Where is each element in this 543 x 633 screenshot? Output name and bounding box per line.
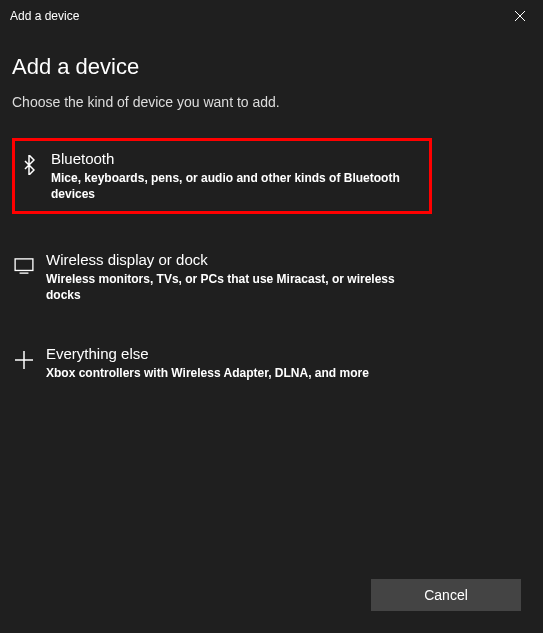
page-subheading: Choose the kind of device you want to ad… <box>12 94 531 110</box>
titlebar-title: Add a device <box>10 9 79 23</box>
option-everything-else[interactable]: Everything else Xbox controllers with Wi… <box>12 340 432 385</box>
titlebar: Add a device <box>0 0 543 32</box>
option-title: Wireless display or dock <box>46 250 430 270</box>
content-area: Add a device Choose the kind of device y… <box>0 32 543 385</box>
close-icon <box>515 11 525 21</box>
close-button[interactable] <box>497 0 543 32</box>
page-heading: Add a device <box>12 54 531 80</box>
cancel-button[interactable]: Cancel <box>371 579 521 611</box>
option-desc: Mice, keyboards, pens, or audio and othe… <box>51 170 425 204</box>
option-wireless-display[interactable]: Wireless display or dock Wireless monito… <box>12 246 432 308</box>
option-bluetooth[interactable]: Bluetooth Mice, keyboards, pens, or audi… <box>12 138 432 214</box>
option-desc: Wireless monitors, TVs, or PCs that use … <box>46 271 430 305</box>
option-desc: Xbox controllers with Wireless Adapter, … <box>46 365 369 382</box>
svg-rect-2 <box>15 259 33 271</box>
option-title: Everything else <box>46 344 369 364</box>
display-icon <box>14 254 34 278</box>
option-title: Bluetooth <box>51 149 425 169</box>
footer: Cancel <box>371 579 521 611</box>
option-text: Bluetooth Mice, keyboards, pens, or audi… <box>51 149 425 203</box>
bluetooth-icon <box>19 153 39 177</box>
option-text: Wireless display or dock Wireless monito… <box>46 250 430 304</box>
plus-icon <box>14 348 34 372</box>
options-list: Bluetooth Mice, keyboards, pens, or audi… <box>12 138 531 385</box>
option-text: Everything else Xbox controllers with Wi… <box>46 344 369 381</box>
